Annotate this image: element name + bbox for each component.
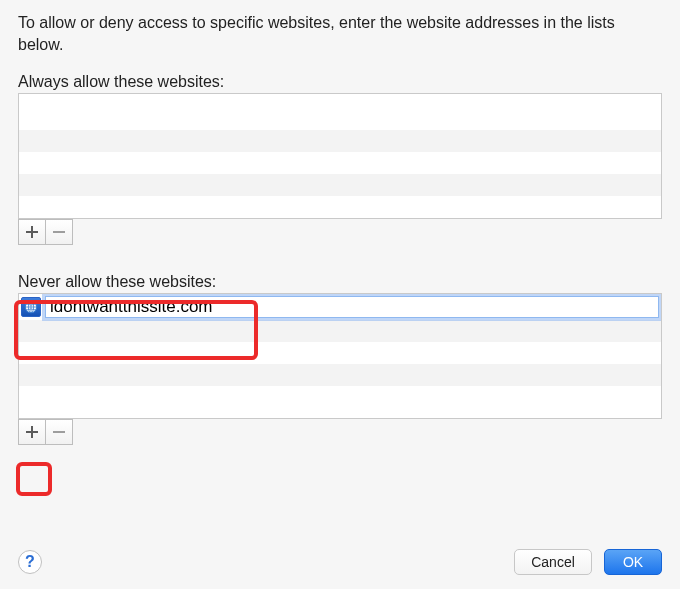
always-allow-list[interactable] <box>18 93 662 219</box>
never-allow-label: Never allow these websites: <box>18 273 662 291</box>
never-allow-list[interactable] <box>18 293 662 419</box>
ok-button[interactable]: OK <box>604 549 662 575</box>
allow-remove-button[interactable] <box>45 219 73 245</box>
list-row-empty <box>19 196 661 218</box>
list-item-editing[interactable] <box>19 294 661 320</box>
list-row-empty <box>19 174 661 196</box>
annotation-highlight-add <box>16 462 52 496</box>
never-item-input[interactable] <box>45 296 659 318</box>
allow-add-button[interactable] <box>18 219 46 245</box>
dialog-footer: ? Cancel OK <box>18 549 662 575</box>
allow-list-buttons <box>18 219 662 245</box>
always-allow-label: Always allow these websites: <box>18 73 662 91</box>
list-row-empty <box>19 130 661 152</box>
list-row-empty <box>19 364 661 386</box>
list-row-empty <box>19 94 661 130</box>
globe-icon <box>21 297 41 317</box>
list-row-empty <box>19 152 661 174</box>
cancel-button[interactable]: Cancel <box>514 549 592 575</box>
help-icon: ? <box>25 553 35 571</box>
help-button[interactable]: ? <box>18 550 42 574</box>
never-list-buttons <box>18 419 662 445</box>
list-row-empty <box>19 386 661 408</box>
never-remove-button[interactable] <box>45 419 73 445</box>
list-row-empty <box>19 342 661 364</box>
instructions-text: To allow or deny access to specific webs… <box>18 12 662 55</box>
never-add-button[interactable] <box>18 419 46 445</box>
list-row-empty <box>19 320 661 342</box>
